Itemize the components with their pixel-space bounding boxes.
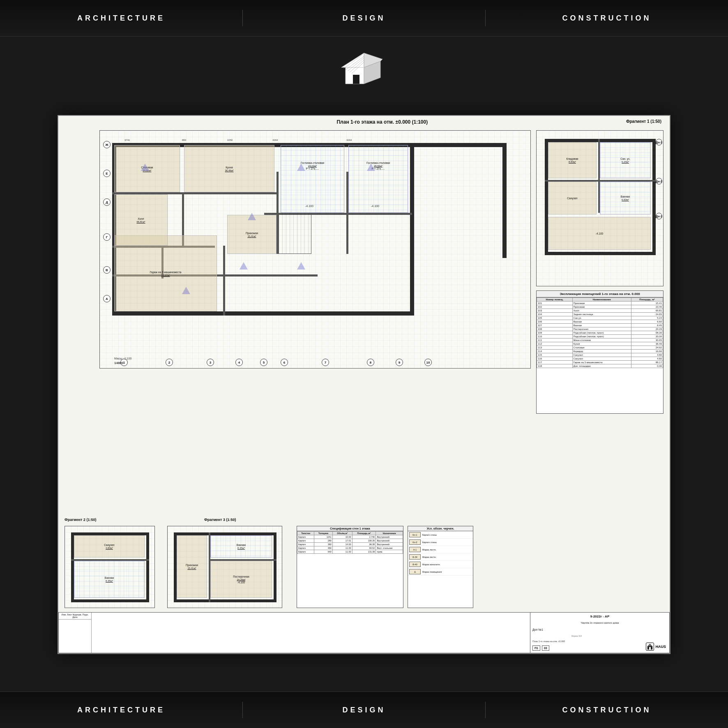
sheet-info: П1 03 xyxy=(532,645,549,651)
exp-num: 111 xyxy=(537,339,573,342)
hall-room: Холл65,81м² xyxy=(114,194,168,246)
legend-mark: В-40 xyxy=(409,562,421,567)
axis-4: 4 xyxy=(235,359,243,366)
exp-num: 101 xyxy=(537,302,573,305)
company-logo: HAUS xyxy=(646,643,666,651)
kitchen-label: Кухня36,49м² xyxy=(225,166,233,172)
spec-col-note: Назначение xyxy=(376,532,403,535)
spec-data-table: Типстен Толщина Объём,м³ Площадь,м² Назн… xyxy=(297,531,403,554)
series-box: П1 xyxy=(532,645,540,651)
legend-mark: А-1 xyxy=(409,547,421,552)
hall-label: Холл65,81м² xyxy=(136,217,145,223)
spec-count: 380 xyxy=(314,543,333,546)
explication-row: 107 Ванная 8.45 xyxy=(537,324,663,327)
f1-room4-label: Ванная6.60м² xyxy=(621,195,630,201)
axis-5: 5 xyxy=(260,359,267,366)
exp-name: Подсобная (теплов. пункт) xyxy=(572,331,631,335)
exp-num: 108 xyxy=(537,327,573,331)
exp-name: Сан.уз. xyxy=(572,316,631,320)
f3-room1-label: Прихожая15.41м² xyxy=(186,564,198,569)
spec-note: Внутренний xyxy=(376,543,403,546)
form-number: Форма 324 xyxy=(571,635,582,637)
explication-title: Экспликация помещений 1-го этажа на отм.… xyxy=(537,291,663,297)
company-logo-box xyxy=(646,643,654,651)
subtitle-strip: Изм. Лист №докум. Подп. Дата xyxy=(58,612,530,653)
spec-count: 480 xyxy=(314,546,333,550)
spec-note: Внут. стальная xyxy=(376,546,403,550)
f1-axis-1: Дн-1 xyxy=(656,139,662,145)
revision-header: Изм. Лист №докум. Подп. Дата xyxy=(59,613,91,620)
f3-room3-label: Постирочная24.29м²-4.100 xyxy=(233,575,249,584)
fragment3-label: Фрагмент 3 (1:50) xyxy=(204,518,236,522)
company-icon xyxy=(647,643,653,650)
title-block: 9-2022г - АР Чертёж 2х этажного жилого д… xyxy=(530,612,670,653)
axis-E: Е xyxy=(103,170,111,177)
spec-note: прим. xyxy=(376,550,403,554)
fragment2-label: Фрагмент 2 (1:50) xyxy=(65,518,96,522)
legend-desc: Марка лестн. xyxy=(422,556,436,558)
svg-rect-12 xyxy=(649,647,651,650)
explication-row: 117 Гараж на 3 машиноместа 86.17 xyxy=(537,361,663,364)
f1-east-wall xyxy=(652,139,656,254)
exp-name: Прихожая xyxy=(572,302,631,305)
explication-data-table: Номер помещ. Наименование Площадь, м² 10… xyxy=(537,297,663,368)
exp-area: 5.24 xyxy=(631,316,663,320)
exp-name: Холл xyxy=(572,309,631,313)
f3-north xyxy=(174,532,276,535)
f3-room2-label: Ванная8.45м² xyxy=(237,544,246,549)
explication-row: 112 Кухня 36.49 xyxy=(537,342,663,346)
explication-row: 113 Столовая 24.92 xyxy=(537,346,663,350)
explication-row: 108 Постирочная 24.29 xyxy=(537,327,663,331)
explication-row: 111 Мини-столовая 30.65 xyxy=(537,339,663,342)
blueprint-container: План 1-го этажа на отм. ±0.000 (1:100) Ф… xyxy=(58,115,670,654)
garage-label: Гараж на 3 машиноместа86,17м² xyxy=(150,271,182,276)
dim-4: 4264 xyxy=(272,139,278,141)
f1-room5: -4.100 xyxy=(548,217,651,250)
explication-row: 114 Коридор 16.66 xyxy=(537,350,663,353)
exp-area: 4.80 xyxy=(631,357,663,361)
header-item-design: DESIGN xyxy=(243,14,485,23)
f3-west xyxy=(174,532,177,602)
triangle4 xyxy=(367,164,375,171)
f3-room2: Ванная8.45м² xyxy=(210,535,272,558)
exp-name: Столовая xyxy=(572,346,631,350)
svg-marker-13 xyxy=(647,644,652,646)
legend-desc: Марка лестн. xyxy=(422,548,436,551)
axis-D: Д xyxy=(103,198,111,206)
spec-type: Кирпич xyxy=(297,535,314,539)
f1-south-wall xyxy=(545,252,656,255)
exp-num: 103 xyxy=(537,309,573,313)
logo-area xyxy=(323,37,405,111)
f1-room1: Кладовая8.80м² xyxy=(548,142,597,178)
exp-name: Подсобная (теплов. пункт) xyxy=(572,335,631,339)
fragment1-title: Фрагмент 1 (1:50) xyxy=(626,119,661,124)
spec-vol: 11.00 xyxy=(332,546,352,550)
exp-num: 110 xyxy=(537,335,573,339)
f3-south xyxy=(174,599,276,602)
f1-room2: Сан. уз.5.24м² xyxy=(600,142,651,178)
axis-9: 9 xyxy=(396,359,403,366)
east-wall xyxy=(502,143,507,258)
f1-west-wall xyxy=(545,139,548,254)
exp-name: Коридор xyxy=(572,350,631,353)
spec-count: 1241 xyxy=(314,535,333,539)
spec-table-title: Спецификация стен 1 этажа xyxy=(297,526,403,531)
triangle5 xyxy=(240,262,248,270)
legend-mark: Б-34 xyxy=(409,554,421,560)
iw-v4 xyxy=(223,246,225,316)
dim-3: 1050 xyxy=(227,139,233,141)
f2-north xyxy=(71,532,149,535)
legend-row: В-40 Марка монолитн. xyxy=(408,561,473,568)
spec-count: 640 xyxy=(314,550,333,554)
blueprint-inner: План 1-го этажа на отм. ±0.000 (1:100) Ф… xyxy=(58,116,670,653)
exp-name: Прихожая xyxy=(572,305,631,309)
spec-type: Кирпич xyxy=(297,546,314,550)
exp-num: 116 xyxy=(537,357,573,361)
exp-name: Доп. площадки xyxy=(572,364,631,368)
main-plan-title: План 1-го этажа на отм. ±0.000 (1:100) xyxy=(336,119,428,125)
scale-text: Масш.: 1:100 xyxy=(114,357,131,360)
dim-1: 3741 xyxy=(124,139,130,141)
explication-row: 110 Подсобная (теплов. пункт) 20.00 xyxy=(537,335,663,339)
entry-room: Прихожая15,41м² xyxy=(227,215,276,254)
f1-room2-label: Сан. уз.5.24м² xyxy=(620,157,630,163)
